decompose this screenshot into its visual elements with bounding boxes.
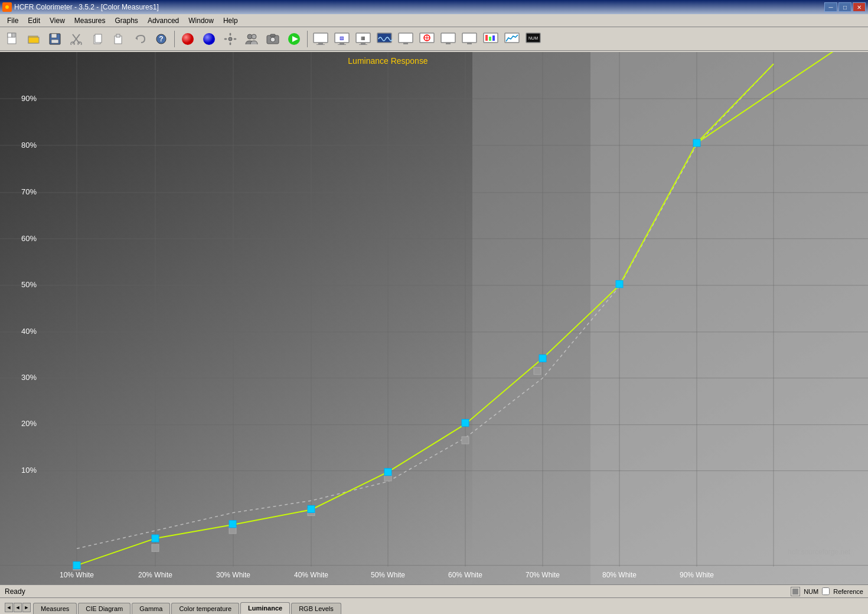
svg-rect-54 (446, 43, 451, 44)
app-icon (2, 2, 12, 12)
tab-measures[interactable]: Measures (33, 603, 77, 614)
toolbar-color-blue[interactable] (199, 29, 219, 49)
svg-rect-26 (224, 38, 227, 40)
toolbar-help[interactable]: ? (151, 29, 171, 49)
title-bar: HCFR Colorimeter - 3.5.2 - [Color Measur… (0, 0, 868, 14)
svg-text:10% White: 10% White (60, 571, 94, 579)
svg-rect-59 (489, 37, 491, 41)
svg-point-22 (203, 33, 215, 45)
toolbar-settings[interactable] (220, 29, 240, 49)
svg-text:80% White: 80% White (602, 571, 637, 579)
menu-edit[interactable]: Edit (23, 15, 45, 26)
reference-checkbox[interactable] (822, 587, 830, 595)
svg-text:80%: 80% (21, 141, 37, 150)
svg-rect-47 (399, 33, 413, 43)
svg-rect-17 (116, 34, 120, 37)
tab-nav-prev-prev[interactable]: ◄ (5, 603, 13, 612)
toolbar-monitor-2[interactable]: ▧ (332, 29, 352, 49)
menu-graphs[interactable]: Graphs (110, 15, 143, 26)
tab-nav-next[interactable]: ► (22, 603, 31, 612)
svg-text:50%: 50% (21, 280, 37, 289)
svg-rect-53 (441, 33, 455, 43)
chart-svg: Luminance Response 90% 80% 70% 60% 50% 4… (0, 52, 868, 584)
menu-measures[interactable]: Measures (70, 15, 110, 26)
toolbar-separator-1 (174, 31, 175, 47)
maximize-button[interactable]: □ (838, 2, 851, 12)
menu-advanced[interactable]: Advanced (143, 15, 184, 26)
tab-luminance[interactable]: Luminance (240, 602, 290, 614)
svg-rect-120 (384, 469, 391, 476)
svg-text:30%: 30% (21, 373, 37, 382)
tab-gamma[interactable]: Gamma (132, 603, 170, 614)
svg-point-1 (5, 5, 9, 9)
svg-rect-48 (403, 43, 408, 44)
svg-text:50% White: 50% White (371, 571, 405, 579)
toolbar-monitor-1[interactable] (311, 29, 331, 49)
svg-marker-4 (12, 33, 15, 37)
svg-rect-118 (229, 521, 236, 528)
svg-point-23 (229, 37, 232, 41)
svg-text:NUM: NUM (528, 36, 538, 40)
svg-text:60%: 60% (21, 234, 37, 243)
svg-rect-123 (616, 281, 623, 288)
toolbar-copy[interactable] (87, 29, 107, 49)
svg-rect-108 (152, 544, 159, 551)
svg-rect-9 (51, 40, 58, 43)
svg-rect-117 (152, 535, 159, 542)
status-icon (791, 587, 800, 596)
svg-rect-126 (792, 589, 798, 594)
toolbar-paste[interactable] (109, 29, 129, 49)
tab-rgb-levels[interactable]: RGB Levels (291, 603, 341, 614)
toolbar-camera[interactable] (263, 29, 283, 49)
svg-rect-3 (8, 33, 12, 37)
svg-text:30% White: 30% White (216, 571, 250, 579)
svg-rect-121 (462, 420, 469, 427)
svg-rect-56 (467, 43, 472, 44)
menu-file[interactable]: File (2, 15, 23, 26)
svg-text:10%: 10% (21, 466, 37, 475)
toolbar-cut[interactable] (66, 29, 86, 49)
menu-help[interactable]: Help (218, 15, 243, 26)
svg-text:90% White: 90% White (680, 571, 714, 579)
svg-rect-44 (359, 44, 367, 45)
svg-rect-124 (693, 139, 700, 147)
menu-view[interactable]: View (45, 15, 70, 26)
toolbar-line-chart[interactable] (502, 29, 522, 49)
numlock-indicator: NUM (804, 588, 818, 595)
tab-cie-diagram[interactable]: CIE Diagram (78, 603, 130, 614)
toolbar-play[interactable] (284, 29, 304, 49)
close-button[interactable]: ✕ (853, 2, 866, 12)
titlebar-left: HCFR Colorimeter - 3.5.2 - [Color Measur… (2, 2, 159, 12)
toolbar-new[interactable] (2, 29, 22, 49)
toolbar-undo[interactable] (130, 29, 150, 49)
menu-window[interactable]: Window (184, 15, 218, 26)
svg-text:40% White: 40% White (294, 571, 328, 579)
svg-rect-39 (340, 43, 344, 44)
toolbar-monitor-4[interactable] (396, 29, 416, 49)
svg-rect-55 (462, 33, 477, 43)
tab-bar: ◄ ◄ ► Measures CIE Diagram Gamma Color t… (0, 597, 868, 614)
minimize-button[interactable]: ─ (824, 2, 837, 12)
svg-rect-58 (485, 35, 488, 41)
toolbar-monitor-5[interactable] (438, 29, 458, 49)
svg-marker-18 (135, 38, 138, 40)
toolbar-wave[interactable] (374, 29, 394, 49)
svg-rect-36 (318, 43, 323, 44)
toolbar-users[interactable] (242, 29, 262, 49)
svg-text:20%: 20% (21, 419, 37, 428)
titlebar-controls: ─ □ ✕ (824, 2, 866, 12)
tab-nav-prev[interactable]: ◄ (14, 603, 22, 612)
svg-rect-116 (73, 562, 80, 569)
menu-bar: File Edit View Measures Graphs Advanced … (0, 14, 868, 27)
toolbar-color-target[interactable] (417, 29, 437, 49)
reference-label: Reference (833, 588, 863, 595)
toolbar-bars[interactable] (481, 29, 501, 49)
toolbar-monitor-7[interactable]: NUM (523, 29, 543, 49)
tab-color-temperature[interactable]: Color temperature (171, 603, 239, 614)
toolbar-monitor-3[interactable]: ▦ (353, 29, 373, 49)
svg-rect-15 (95, 34, 102, 43)
toolbar-color-red[interactable] (178, 29, 198, 49)
toolbar-monitor-6[interactable] (459, 29, 479, 49)
toolbar-save[interactable] (45, 29, 65, 49)
toolbar-open[interactable] (24, 29, 44, 49)
